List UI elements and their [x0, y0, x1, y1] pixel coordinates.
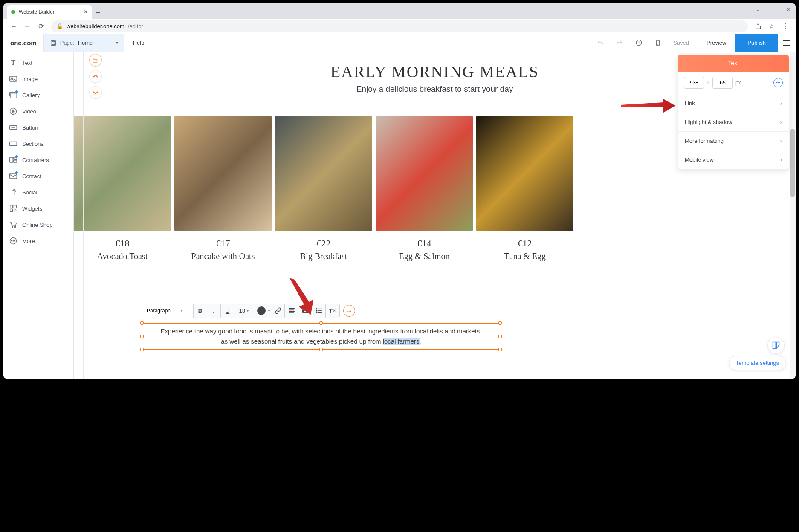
gallery-name: Big Breakfast — [275, 252, 372, 261]
underline-button[interactable]: U — [221, 304, 234, 318]
scrollbar-thumb[interactable] — [790, 129, 795, 197]
page-label: Page: — [60, 40, 75, 46]
video-icon — [9, 107, 17, 115]
panel-item-highlight[interactable]: Highlight & shadow› — [678, 113, 789, 132]
bookmark-icon[interactable]: ☆ — [766, 20, 778, 32]
window-minimize[interactable]: ⌄ — [756, 7, 760, 12]
window-minimize2[interactable]: — — [766, 7, 770, 12]
sections-icon — [9, 140, 17, 147]
window-maximize[interactable]: ☐ — [776, 7, 781, 12]
size-more-button[interactable]: ••• — [773, 78, 783, 87]
resize-handle[interactable] — [319, 348, 323, 351]
nav-down-button[interactable] — [89, 86, 102, 99]
panel-item-mobile[interactable]: Mobile view› — [678, 150, 789, 169]
window-close[interactable]: ✕ — [787, 7, 790, 12]
gallery-item[interactable]: €22Big Breakfast — [275, 116, 372, 261]
bold-button[interactable]: B — [194, 304, 207, 318]
gallery-image[interactable] — [476, 116, 573, 231]
hamburger-menu[interactable] — [778, 34, 796, 52]
sidebar-item-video[interactable]: Video — [3, 103, 73, 119]
sidebar-item-containers[interactable]: Containers — [3, 152, 73, 168]
layers-button[interactable] — [89, 54, 102, 66]
resize-handle[interactable] — [140, 321, 144, 325]
sidebar-item-image[interactable]: Image — [3, 71, 73, 87]
link-button[interactable] — [271, 304, 285, 318]
button-icon — [9, 124, 17, 131]
resize-handle[interactable] — [498, 348, 502, 351]
chevron-down-icon: ▾ — [116, 40, 118, 45]
properties-panel: Text × px ••• Link› Highlight & shadow› … — [678, 55, 789, 169]
sidebar-item-shop[interactable]: Online Shop — [3, 217, 73, 233]
gallery-item[interactable]: €12Tuna & Egg — [476, 116, 573, 261]
font-size-select[interactable]: 18 ▾ — [234, 304, 253, 318]
sidebar: TText Image Gallery Video Button Section… — [3, 52, 74, 379]
template-icon-button[interactable] — [767, 337, 785, 354]
canvas[interactable]: EARLY MORNING MEALS Enjoy a delicious br… — [74, 52, 796, 379]
resize-handle[interactable] — [140, 348, 144, 351]
publish-button[interactable]: Publish — [735, 34, 778, 52]
gallery-image[interactable] — [376, 116, 473, 231]
nav-up-button[interactable] — [89, 70, 102, 83]
sidebar-item-gallery[interactable]: Gallery — [3, 87, 73, 103]
sidebar-item-more[interactable]: More — [3, 233, 73, 249]
italic-button[interactable]: I — [207, 304, 221, 318]
sidebar-item-contact[interactable]: Contact — [3, 168, 73, 184]
sidebar-item-social[interactable]: Social — [3, 184, 73, 200]
gallery-image[interactable] — [275, 116, 372, 231]
sidebar-item-sections[interactable]: Sections — [3, 136, 73, 152]
annotation-arrow — [621, 98, 676, 115]
sidebar-item-button[interactable]: Button — [3, 119, 73, 136]
app-header: one.com Page: Home ▾ Help Saved Preview … — [3, 34, 796, 52]
gallery-item[interactable]: €14Egg & Salmon — [376, 116, 473, 261]
share-icon[interactable] — [752, 20, 764, 32]
history-button[interactable] — [631, 35, 646, 51]
tab-close-icon[interactable]: ✕ — [84, 9, 88, 15]
browser-menu-icon[interactable]: ⋮ — [779, 20, 791, 32]
panel-item-more-formatting[interactable]: More formatting› — [678, 132, 789, 150]
ruler-guide — [83, 52, 84, 379]
preview-button[interactable]: Preview — [697, 34, 735, 52]
scrollbar-track[interactable] — [790, 52, 796, 379]
sidebar-item-widgets[interactable]: Widgets — [3, 200, 73, 217]
redo-button[interactable] — [612, 35, 627, 51]
address-bar[interactable]: 🔒 websitebuilder.one.com/editor — [51, 20, 748, 32]
page-selector[interactable]: Page: Home ▾ — [43, 34, 124, 52]
text-selection-box[interactable]: Experience the way good food is meant to… — [142, 323, 500, 350]
mobile-preview-button[interactable] — [650, 35, 666, 51]
svg-rect-9 — [11, 93, 17, 98]
help-button[interactable]: Help — [124, 40, 153, 46]
reload-button[interactable]: ⟳ — [35, 20, 47, 32]
logo[interactable]: one.com — [3, 39, 43, 46]
gallery-item[interactable]: €17Pancake with Oats — [174, 116, 272, 261]
resize-handle[interactable] — [319, 321, 323, 325]
template-settings-button[interactable]: Template settings — [729, 356, 786, 370]
width-input[interactable] — [684, 77, 704, 89]
sidebar-item-text[interactable]: TText — [3, 55, 73, 71]
resize-handle[interactable] — [498, 335, 502, 338]
toolbar-more-button[interactable]: ••• — [343, 305, 355, 317]
forward-button[interactable]: → — [21, 20, 33, 32]
annotation-arrow — [287, 278, 321, 316]
undo-button[interactable] — [593, 35, 608, 51]
clear-format-button[interactable]: T✕ — [326, 304, 339, 318]
back-button[interactable]: ← — [8, 20, 20, 32]
resize-handle[interactable] — [498, 321, 502, 325]
chevron-right-icon: › — [780, 156, 782, 163]
gallery-item[interactable]: €18Avocado Toast — [74, 116, 171, 261]
new-tab-button[interactable]: + — [92, 7, 104, 19]
gallery-image[interactable] — [74, 116, 171, 231]
color-picker[interactable]: ▾ — [253, 304, 271, 318]
widgets-icon — [9, 205, 17, 212]
panel-item-link[interactable]: Link› — [678, 94, 789, 113]
browser-tab[interactable]: Website Builder ✕ — [7, 5, 92, 19]
svg-rect-17 — [10, 173, 17, 179]
resize-handle[interactable] — [140, 335, 144, 338]
times-icon: × — [707, 80, 710, 86]
gallery-image[interactable] — [174, 116, 272, 231]
svg-point-26 — [13, 240, 14, 241]
chevron-right-icon: › — [780, 100, 782, 107]
gallery-name: Egg & Salmon — [376, 252, 473, 261]
height-input[interactable] — [712, 77, 733, 89]
browser-toolbar: ← → ⟳ 🔒 websitebuilder.one.com/editor ☆ … — [3, 19, 796, 34]
paragraph-style-select[interactable]: Paragraph▾ — [142, 304, 194, 318]
